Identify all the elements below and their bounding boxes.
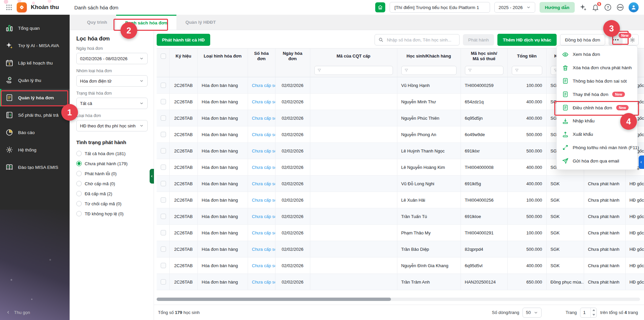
- sidebar-collapse-button[interactable]: Thu gọn: [0, 305, 70, 320]
- sidebar-item[interactable]: Báo cáo: [0, 124, 70, 141]
- invoice-number-link[interactable]: Chưa cấp số: [252, 132, 275, 137]
- cell-authority-code: [310, 257, 397, 274]
- menu-item[interactable]: Xuất khẩu: [557, 128, 637, 141]
- menu-item[interactable]: Xem hóa đơn: [557, 48, 637, 61]
- user-avatar[interactable]: [629, 2, 639, 12]
- select-all-checkbox[interactable]: [161, 54, 166, 59]
- row-checkbox[interactable]: [161, 279, 166, 285]
- new-badge: New: [616, 105, 629, 110]
- tab[interactable]: Quy trình: [78, 15, 116, 30]
- page-up-icon[interactable]: [591, 308, 596, 313]
- issue-status-radio[interactable]: Phát hành lỗi (0): [76, 169, 148, 179]
- invoice-number-link[interactable]: Chưa cấp số: [252, 230, 275, 235]
- tab[interactable]: Quản lý HĐĐT: [176, 15, 225, 30]
- help-icon[interactable]: ?: [604, 3, 612, 11]
- column-filter-input[interactable]: [401, 66, 457, 75]
- filter-collapse-handle[interactable]: [150, 169, 154, 184]
- more-options-icon[interactable]: [616, 3, 624, 11]
- row-checkbox[interactable]: [161, 115, 166, 121]
- invoice-number-link[interactable]: Chưa cấp số: [252, 148, 275, 153]
- row-checkbox[interactable]: [161, 246, 166, 252]
- row-checkbox[interactable]: [161, 230, 166, 235]
- column-header[interactable]: Số hóa đơn: [248, 48, 275, 64]
- sidebar-item[interactable]: Trợ lý AI - MISA AVA: [0, 37, 70, 54]
- tab[interactable]: Danh sách hóa đơn: [116, 15, 176, 30]
- rows-per-page-select[interactable]: 50: [522, 308, 541, 318]
- sidebar-item[interactable]: Quản lý hóa đơn: [0, 89, 70, 106]
- row-checkbox[interactable]: [161, 181, 166, 186]
- column-filter-input[interactable]: [512, 66, 542, 75]
- more-actions-button[interactable]: [609, 34, 623, 45]
- issue-status-radio[interactable]: TĐ không hợp lệ (0): [76, 209, 148, 219]
- horizontal-scrollbar[interactable]: [157, 298, 640, 301]
- invoice-number-link[interactable]: Chưa cấp số: [252, 198, 275, 203]
- sidebar-item[interactable]: Đào tạo MISA EMIS: [0, 158, 70, 176]
- search-input[interactable]: [386, 37, 456, 43]
- column-header[interactable]: Mã học sinh/ Mã số thuế: [461, 48, 507, 64]
- row-checkbox[interactable]: [161, 263, 166, 268]
- menu-item[interactable]: Xóa hóa đơn chưa phát hành: [557, 61, 637, 75]
- invoice-number-link[interactable]: Chưa cấp số: [252, 165, 275, 170]
- ai-sparkle-icon[interactable]: [579, 3, 587, 11]
- row-checkbox[interactable]: [161, 214, 166, 219]
- invoice-number-link[interactable]: Chưa cấp số: [252, 247, 275, 252]
- issue-status-radio[interactable]: Tất cả hóa đơn (181): [76, 148, 148, 158]
- invoice-number-link[interactable]: Chưa cấp số: [252, 99, 275, 104]
- sidebar-item[interactable]: $ Quản lý thu: [0, 72, 70, 89]
- issue-status-radio[interactable]: Đã cấp mã (2): [76, 189, 148, 199]
- row-checkbox[interactable]: [161, 99, 166, 104]
- column-filter-input[interactable]: [465, 66, 503, 75]
- invoice-number-link[interactable]: Chưa cấp số: [252, 181, 275, 186]
- row-checkbox[interactable]: [161, 148, 166, 153]
- menu-item[interactable]: Gửi hóa đơn qua email: [557, 154, 637, 168]
- app-grid-icon[interactable]: [5, 4, 13, 11]
- filter-select[interactable]: 02/02/2026 - 08/02/2026: [76, 53, 148, 64]
- invoice-number-link[interactable]: Chưa cấp số: [252, 280, 275, 285]
- side-panel-toggle[interactable]: [639, 155, 644, 169]
- filter-select[interactable]: Hóa đơn điện tử: [76, 75, 148, 87]
- column-header[interactable]: Tổng tiền: [507, 48, 546, 64]
- page-down-icon[interactable]: [591, 313, 596, 317]
- column-header[interactable]: Ký hiệu: [169, 48, 197, 64]
- column-header[interactable]: Mã của CQT cấp: [310, 48, 397, 64]
- menu-item[interactable]: Phóng to/thu nhỏ màn hình (F11): [557, 141, 637, 154]
- guide-button[interactable]: Hướng dẫn: [540, 2, 575, 13]
- invoice-number-link[interactable]: Chưa cấp số: [252, 83, 275, 88]
- column-header[interactable]: Học sinh/Khách hàng: [397, 48, 461, 64]
- home-button[interactable]: [375, 2, 385, 12]
- notifications-bell-icon[interactable]: 9: [591, 3, 599, 11]
- column-header[interactable]: Ngày hóa đơn: [275, 48, 310, 64]
- menu-item[interactable]: Thay thế hóa đơn New: [557, 88, 637, 101]
- row-checkbox[interactable]: [161, 165, 166, 170]
- filter-select[interactable]: HĐ theo đợt thu phí học sinh: [76, 120, 148, 131]
- row-checkbox[interactable]: [161, 83, 166, 88]
- invoice-number-link[interactable]: Chưa cấp số: [252, 214, 275, 219]
- column-header[interactable]: Loại hình hóa đơn: [197, 48, 248, 64]
- issue-button[interactable]: Phát hành: [463, 34, 494, 45]
- row-checkbox[interactable]: [161, 197, 166, 203]
- column-filter-input[interactable]: [314, 66, 393, 75]
- issue-all-button[interactable]: Phát hành tất cả HĐ: [157, 34, 210, 46]
- table-settings-gear-icon[interactable]: [626, 34, 639, 45]
- row-checkbox[interactable]: [161, 132, 166, 137]
- app-logo-icon[interactable]: [17, 2, 27, 12]
- sidebar-item[interactable]: $ Lập kế hoạch thu: [0, 54, 70, 72]
- invoice-number-link[interactable]: Chưa cấp số: [252, 263, 275, 268]
- invoice-number-link[interactable]: Chưa cấp số: [252, 116, 275, 121]
- page-number-input[interactable]: [580, 310, 590, 315]
- sidebar-item[interactable]: $ Sổ phải thu, phải trả: [0, 106, 70, 124]
- add-service-invoice-button[interactable]: Thêm HĐ dịch vụ khác: [497, 34, 557, 46]
- school-selector[interactable]: [Thí điểm] Trường tiểu học Edu Platform …: [390, 2, 490, 13]
- scrollbar-thumb[interactable]: [157, 298, 391, 301]
- issue-status-radio[interactable]: Chưa phát hành (179): [76, 158, 148, 169]
- filter-select[interactable]: Tất cả: [76, 98, 148, 109]
- issue-status-radio[interactable]: Chờ cấp mã (0): [76, 179, 148, 189]
- issue-status-radio[interactable]: Từ chối cấp mã (0): [76, 199, 148, 209]
- menu-item[interactable]: Nhập khẩu: [557, 114, 637, 128]
- sidebar-item[interactable]: Hệ thống: [0, 141, 70, 158]
- school-year-select[interactable]: 2025 - 2026: [494, 2, 535, 13]
- menu-item[interactable]: Điều chỉnh hóa đơn New: [557, 101, 637, 114]
- sidebar-item[interactable]: Tổng quan: [0, 19, 70, 37]
- sync-invoices-button[interactable]: Đồng bộ hóa đơn: [560, 34, 605, 45]
- menu-item[interactable]: Thông báo hóa đơn sai sót: [557, 75, 637, 88]
